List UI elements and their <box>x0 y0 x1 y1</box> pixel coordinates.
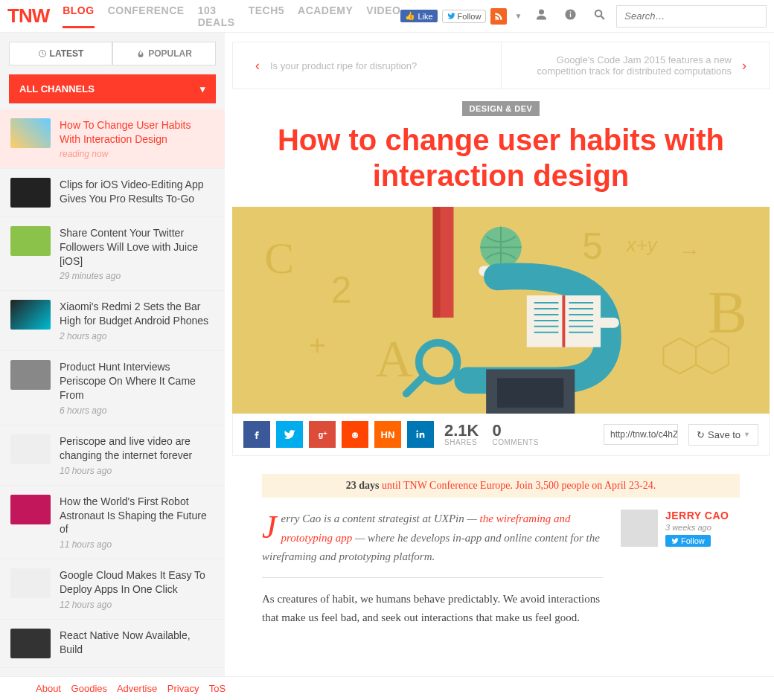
chevron-right-icon: › <box>742 58 746 74</box>
svg-point-41 <box>356 434 357 436</box>
svg-text:x+y: x+y <box>625 234 659 255</box>
feed-item[interactable]: How To Change User Habits With Interacti… <box>0 109 225 169</box>
share-reddit[interactable] <box>342 421 368 448</box>
feed-time: 11 hours ago <box>60 539 214 550</box>
rss-icon[interactable] <box>490 8 507 25</box>
share-hackernews[interactable]: HN <box>374 421 401 448</box>
feed-title: Product Hunt Interviews Periscope On Whe… <box>60 360 214 402</box>
tab-popular-label: POPULAR <box>148 48 192 59</box>
footer-advertise[interactable]: Advertise <box>117 683 157 694</box>
footer-privacy[interactable]: Privacy <box>167 683 199 694</box>
facebook-like-button[interactable]: 👍 Like <box>400 10 437 22</box>
svg-text:→: → <box>678 239 700 263</box>
thumb <box>10 434 51 464</box>
feed-title: How the World's First Robot Astronaut Is… <box>60 495 214 537</box>
footer-about[interactable]: About <box>36 683 61 694</box>
tab-popular[interactable]: POPULAR <box>112 42 216 65</box>
footer: About Goodies Advertise Privacy ToS <box>0 676 774 700</box>
share-googleplus[interactable]: g⁺ <box>309 421 336 448</box>
tab-latest-label: LATEST <box>50 48 84 59</box>
next-article[interactable]: Google's Code Jam 2015 features a new co… <box>502 42 770 89</box>
intro-text-1: erry Cao is a content strategist at UXPi… <box>281 513 480 524</box>
dropcap: J <box>262 513 277 542</box>
divider <box>262 577 603 578</box>
more-dropdown-icon[interactable]: ▼ <box>511 12 525 20</box>
search-box <box>616 5 767 28</box>
footer-goodies[interactable]: Goodies <box>71 683 107 694</box>
save-to-label: Save to <box>708 429 741 440</box>
comment-count-label: COMMENTS <box>492 439 538 446</box>
feed-time: 2 hours ago <box>60 331 214 341</box>
svg-text:2: 2 <box>331 269 352 311</box>
tab-latest[interactable]: LATEST <box>9 42 112 65</box>
banner-text: until TNW Conference Europe. Join 3,500 … <box>382 480 656 491</box>
feed-item[interactable]: Xiaomi's Redmi 2 Sets the Bar High for B… <box>0 291 225 351</box>
feed-item[interactable]: Product Hunt Interviews Periscope On Whe… <box>0 351 225 426</box>
svg-rect-35 <box>497 378 563 408</box>
main-content: ‹ Is your product ripe for disruption? G… <box>225 33 774 700</box>
author-follow-label: Follow <box>681 536 705 545</box>
prev-article[interactable]: ‹ Is your product ripe for disruption? <box>233 42 502 89</box>
info-icon[interactable] <box>564 8 577 24</box>
thumb <box>10 178 51 208</box>
feed-item[interactable]: How the World's First Robot Astronaut Is… <box>0 486 225 560</box>
save-to-button[interactable]: ↻ Save to ▼ <box>688 424 758 446</box>
short-url[interactable]: http://tnw.to/c4hZ <box>604 424 678 445</box>
nav-tech5[interactable]: TECH5 <box>249 4 284 28</box>
facebook-like-label: Like <box>418 12 432 21</box>
nav-academy[interactable]: ACADEMY <box>298 4 353 28</box>
sidebar-tabs: LATEST POPULAR <box>9 42 216 65</box>
hero-image: C 2 + A 5 x+y B → <box>232 207 770 414</box>
twitter-follow-button[interactable]: Follow <box>442 10 487 23</box>
feed-list: How To Change User Habits With Interacti… <box>0 109 225 668</box>
feed-item[interactable]: Google Cloud Makes It Easy To Deploy App… <box>0 559 225 620</box>
article-title: How to change user habits with interacti… <box>232 122 770 193</box>
channels-label: ALL CHANNELS <box>19 83 95 94</box>
intro-paragraph: Jerry Cao is a content strategist at UXP… <box>262 510 603 567</box>
feed-item[interactable]: Share Content Your Twitter Followers Wil… <box>0 217 225 292</box>
feed-time: 6 hours ago <box>60 405 214 416</box>
search-input[interactable] <box>617 6 766 26</box>
logo[interactable]: TNW <box>7 4 49 28</box>
comment-count[interactable]: 0COMMENTS <box>492 423 538 446</box>
article-body: Jerry Cao is a content strategist at UXP… <box>232 510 770 628</box>
author-follow-button[interactable]: Follow <box>665 535 711 547</box>
channels-dropdown[interactable]: ALL CHANNELS ▾ <box>9 74 216 103</box>
sidebar: LATEST POPULAR ALL CHANNELS ▾ How To Cha… <box>0 33 225 700</box>
body-paragraph: As creatures of habit, we humans behave … <box>262 590 603 628</box>
nav-video[interactable]: VIDEO <box>366 4 400 28</box>
author-box: JERRY CAO 3 weeks ago Follow <box>621 510 740 628</box>
share-twitter[interactable] <box>276 421 303 448</box>
svg-text:B: B <box>708 280 747 345</box>
prev-next-nav: ‹ Is your product ripe for disruption? G… <box>232 42 770 89</box>
user-icon[interactable] <box>535 8 548 24</box>
conference-banner[interactable]: 23 days until TNW Conference Europe. Joi… <box>262 474 740 498</box>
avatar[interactable] <box>621 510 658 547</box>
feed-title: How To Change User Habits With Interacti… <box>60 118 214 147</box>
share-facebook[interactable] <box>243 421 270 448</box>
svg-rect-33 <box>597 318 619 328</box>
share-count-value: 2.1K <box>444 423 479 439</box>
feed-title: Periscope and live video are changing th… <box>60 434 214 463</box>
top-bar: TNW BLOG CONFERENCE 103 DEALS TECH5 ACAD… <box>0 0 774 33</box>
feed-title: Google Cloud Makes It Easy To Deploy App… <box>60 568 214 597</box>
feed-item[interactable]: Periscope and live video are changing th… <box>0 426 225 486</box>
nav-deals[interactable]: 103 DEALS <box>198 4 235 28</box>
svg-point-3 <box>595 10 602 16</box>
nav-blog[interactable]: BLOG <box>63 4 94 28</box>
feed-item[interactable]: Clips for iOS Video-Editing App Gives Yo… <box>0 169 225 217</box>
svg-line-4 <box>601 16 604 19</box>
feed-title: Share Content Your Twitter Followers Wil… <box>60 226 214 269</box>
svg-text:A: A <box>375 330 412 388</box>
category-label[interactable]: DESIGN & DEV <box>462 101 540 116</box>
comment-count-value: 0 <box>492 423 538 439</box>
search-icon[interactable] <box>593 8 606 24</box>
feed-item[interactable]: React Native Now Available, Build <box>0 620 225 668</box>
svg-rect-1 <box>570 13 571 17</box>
thumb <box>10 629 51 658</box>
footer-tos[interactable]: ToS <box>209 683 226 694</box>
thumb <box>10 300 51 330</box>
twitter-follow-label: Follow <box>458 12 482 21</box>
nav-conference[interactable]: CONFERENCE <box>108 4 185 28</box>
share-linkedin[interactable] <box>407 421 434 448</box>
